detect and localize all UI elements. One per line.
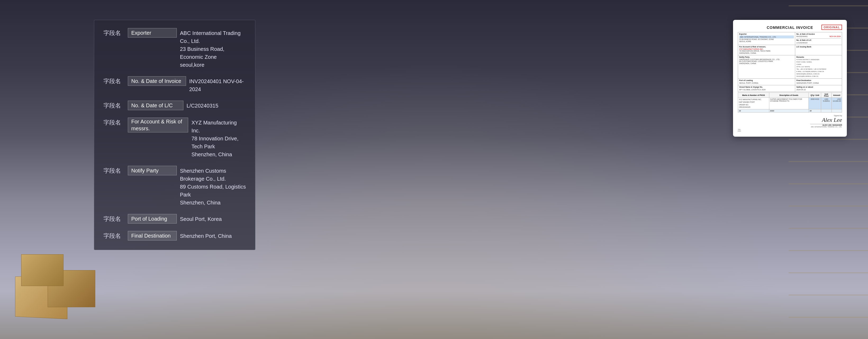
qty-header: Q'ty / Unit: [809, 93, 821, 98]
exporter-field-row: 字段名 Exporter ABC International Trading C…: [103, 28, 246, 69]
marks-value: XYZ MANUFACTURING INC. DAP NINGBO PORT O…: [739, 98, 762, 108]
exporter-name: ABC INTERNATIONAL TRADING CO., LTD.: [739, 35, 794, 38]
tel-fax-area: TEL: FAX:: [738, 129, 842, 132]
goods-data-row: XYZ MANUFACTURING INC. DAP NINGBO PORT O…: [738, 98, 842, 109]
exporter-input[interactable]: Exporter: [128, 28, 177, 37]
goods-total-row: //// //////// ////: [738, 109, 842, 113]
invoice-row-5: Vessel Name & Voyage No. AFY GLOBAL LOGI…: [738, 85, 842, 92]
invoice-row-3: Notify Party SHENZHEN CUSTOMS BROKERAGE …: [738, 55, 842, 79]
lc-bank-label: L/C Issuing Bank: [796, 46, 841, 48]
invoice-title: COMMERCIAL INVOICE: [767, 25, 813, 30]
notify-party-city: SHENZHEN, CHINA: [739, 62, 756, 64]
invoice-row-1: Exporter ABC INTERNATIONAL TRADING CO., …: [738, 32, 842, 45]
marks-header: Marks & Number of PKGS: [738, 93, 769, 98]
sailing-cell: Sailing on or about 2024-04-22: [795, 85, 842, 92]
final-dest-inv-value: SHENZHEN PORT, CHINA: [796, 82, 819, 84]
lc-input[interactable]: No. & Date of L/C: [128, 101, 183, 110]
vessel-cell: Vessel Name & Voyage No. AFY GLOBAL LOGI…: [738, 85, 795, 92]
invoice-no-label: No. & Date of Invoice: [796, 33, 841, 35]
vessel-value: AFY GLOBAL LOGISTICS 2024: [739, 89, 766, 91]
account-risk-prefix: 字段名: [103, 118, 125, 126]
goods-header: Description of Goods: [769, 93, 808, 98]
lc-prefix: 字段名: [103, 101, 125, 110]
signed-by-label: Signed by: [738, 115, 842, 116]
port-loading-inv-value: SEOUL PORT, KOREA: [739, 82, 758, 84]
final-dest-value: Shenzhen Port, China: [180, 231, 232, 240]
qty-value: 2000 KGS: [811, 98, 819, 100]
remarks-right-value: FUTIAN DISTRICT, SHENZHEN POST CODE: 518…: [796, 59, 841, 78]
signature-area: Signed by Alex Lee ALEX LEE, MANAGER ABC…: [738, 115, 842, 128]
notify-party-value: Shenzhen Customs Brokerage Co., Ltd. 89 …: [180, 166, 246, 206]
lc-field-row: 字段名 No. & Date of L/C L/C20240315: [103, 101, 246, 110]
total-qty-cell: ////: [809, 109, 821, 113]
invoice-top-table: Exporter ABC INTERNATIONAL TRADING CO., …: [738, 32, 842, 92]
exporter-prefix: 字段名: [103, 28, 125, 37]
notify-party-prefix: 字段名: [103, 166, 125, 175]
port-loading-value: Seoul Port, Korea: [180, 214, 222, 223]
floor-overlay: [0, 291, 868, 339]
signed-company: ABC INTERNATIONAL TRADING CO., LTD.: [738, 126, 842, 128]
exporter-label: Exporter: [739, 33, 794, 35]
total-goods-cell: ////////: [769, 109, 808, 113]
total-marks-value: ////: [739, 110, 741, 112]
notify-party-input[interactable]: Notify Party: [128, 166, 177, 175]
invoice-no-cell: No. & Date of Invoice INV20240401 NOV-04…: [795, 32, 842, 45]
exporter-city: SEOUL,KORE: [739, 40, 751, 43]
exporter-cell: Exporter ABC INTERNATIONAL TRADING CO., …: [738, 32, 795, 45]
port-loading-prefix: 字段名: [103, 214, 125, 223]
total-goods-value: ////////: [770, 110, 774, 112]
account-risk-cell: For Account & Risk of messrs. XYZ MANUFA…: [738, 45, 795, 55]
final-dest-cell: Final Destination SHENZHEN PORT, CHINA: [795, 79, 842, 85]
goods-desc-value: SUPER ABSORBENT POLYMER FOR HYGIENE PROD…: [770, 98, 802, 102]
goods-table-body: XYZ MANUFACTURING INC. DAP NINGBO PORT O…: [738, 98, 842, 113]
box-3: [21, 254, 63, 286]
fax-label: FAX:: [738, 130, 741, 132]
final-dest-field-row: 字段名 Final Destination Shenzhen Port, Chi…: [103, 231, 246, 241]
notify-party-name: SHENZHEN CUSTOMS BROKERAGE CO., LTD.: [739, 59, 794, 60]
invoice-panel: COMMERCIAL INVOICE ORIGINAL Exporter ABC…: [733, 20, 847, 137]
invoice-no-date: NOV-04-2024: [829, 35, 841, 37]
notify-party-address: 89 CUSTOMS ROAD, LOGISTICS PARK: [739, 60, 794, 62]
invoice-row-2: For Account & Risk of messrs. XYZ MANUFA…: [738, 45, 842, 55]
amount-header: Amount: [832, 93, 842, 98]
goods-desc-cell: SUPER ABSORBENT POLYMER FOR HYGIENE PROD…: [769, 98, 808, 109]
remarks-cell: Remarks FUTIAN DISTRICT, SHENZHEN POST C…: [795, 55, 842, 79]
final-dest-inv-label: Final Destination: [796, 80, 841, 81]
account-risk-address: 78 INNOVATION DRIVE, TECH PARK: [739, 50, 794, 52]
amount-cell: USD 10,000.00: [832, 98, 842, 109]
boxes-decoration: [0, 206, 106, 339]
exporter-value: ABC International Trading Co., Ltd. 23 B…: [180, 28, 246, 69]
total-marks-cell: ////: [738, 109, 769, 113]
goods-header-row: Marks & Number of PKGS Description of Go…: [738, 93, 842, 98]
notify-party-label: Notify Party: [739, 56, 794, 58]
final-dest-input[interactable]: Final Destination: [128, 231, 177, 241]
account-risk-value: XYZ Manufacturing Inc. 78 Innovation Dri…: [191, 118, 246, 159]
account-risk-name: XYZ MANUFACTURING INC.: [739, 48, 794, 50]
invoice-header: COMMERCIAL INVOICE ORIGINAL: [738, 25, 842, 30]
lc-no-label: No. & Date of L/C: [796, 39, 841, 41]
invoice-field-row: 字段名 No. & Date of Invoice INV20240401 NO…: [103, 76, 246, 93]
exporter-address: 23 BUSINESS ROAD, ECONOMIC ZONE: [739, 38, 794, 40]
port-loading-input[interactable]: Port of Loading: [128, 214, 177, 224]
invoice-row-4: Port of Loading SEOUL PORT, KOREA Final …: [738, 79, 842, 85]
form-panel: 字段名 Exporter ABC International Trading C…: [94, 20, 255, 250]
remarks-label: Remarks: [796, 56, 841, 58]
port-loading-field-row: 字段名 Port of Loading Seoul Port, Korea: [103, 214, 246, 224]
notify-party-field-row: 字段名 Notify Party Shenzhen Customs Broker…: [103, 166, 246, 206]
signed-name: ALEX LEE, MANAGER: [738, 124, 842, 126]
signature-text: Alex Lee: [738, 116, 842, 123]
original-badge: ORIGINAL: [822, 25, 842, 30]
invoice-prefix: 字段名: [103, 76, 125, 85]
invoice-input[interactable]: No. & Date of Invoice: [128, 76, 186, 86]
invoice-value: INV20240401 NOV-04-2024: [189, 76, 246, 93]
unit-price-header: Unit Price: [821, 93, 832, 98]
account-risk-city: SHENZHEN, CHINA: [739, 52, 756, 54]
account-risk-input[interactable]: For Account & Risk of messrs.: [128, 118, 188, 133]
sailing-label: Sailing on or about: [796, 86, 841, 88]
final-dest-prefix: 字段名: [103, 231, 125, 240]
total-qty-value: ////: [809, 110, 812, 112]
total-amount-cell: [832, 109, 842, 113]
sailing-value: 2024-04-22: [796, 89, 806, 91]
total-unit-cell: [821, 109, 832, 113]
vessel-label: Vessel Name & Voyage No.: [739, 86, 794, 88]
